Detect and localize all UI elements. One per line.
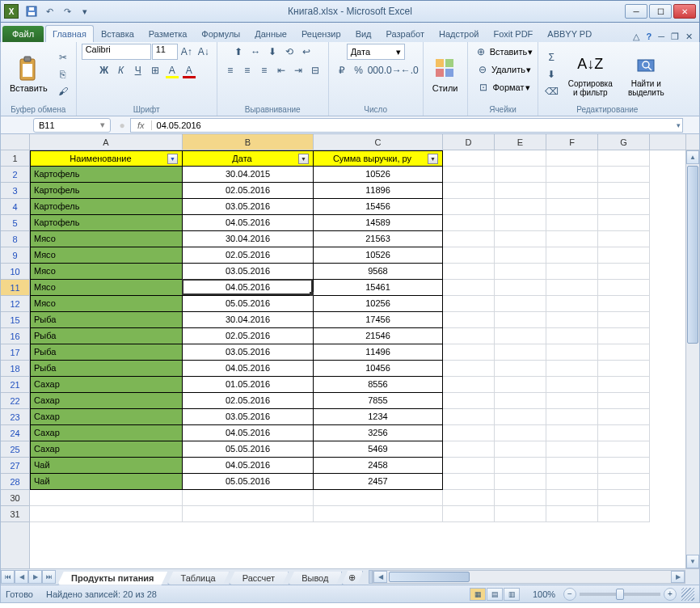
cell[interactable] bbox=[598, 296, 650, 312]
dec-decimal-icon[interactable]: ←.0 bbox=[402, 62, 418, 78]
cell[interactable] bbox=[598, 393, 650, 409]
excel-icon[interactable]: X bbox=[4, 4, 19, 19]
cell[interactable] bbox=[598, 425, 650, 441]
row-header[interactable]: 9 bbox=[1, 247, 29, 264]
row-header[interactable]: 12 bbox=[1, 296, 29, 312]
cell-grid[interactable]: НаименованиеДатаСумма выручки, руКартофе… bbox=[30, 150, 685, 568]
row-header[interactable]: 23 bbox=[1, 409, 29, 425]
cell[interactable] bbox=[495, 425, 546, 441]
cell[interactable] bbox=[443, 490, 495, 506]
cell[interactable] bbox=[546, 441, 598, 458]
name-box[interactable]: B11▾ bbox=[33, 118, 111, 133]
cell[interactable] bbox=[598, 199, 650, 215]
cell[interactable] bbox=[546, 425, 598, 441]
cell[interactable] bbox=[546, 150, 598, 167]
cell[interactable]: 10256 bbox=[314, 296, 443, 312]
align-left-icon[interactable]: ≡ bbox=[222, 62, 238, 78]
font-color-icon[interactable]: А bbox=[181, 62, 197, 78]
cell[interactable]: Сахар bbox=[30, 425, 183, 441]
row-header[interactable]: 16 bbox=[1, 328, 29, 344]
row-header[interactable]: 5 bbox=[1, 215, 29, 231]
cell[interactable]: Рыба bbox=[30, 361, 183, 377]
align-bottom-icon[interactable]: ⬇ bbox=[264, 44, 280, 60]
scroll-left-button[interactable]: ◀ bbox=[373, 571, 387, 583]
merge-icon[interactable]: ⊟ bbox=[307, 62, 323, 78]
cell[interactable] bbox=[546, 167, 598, 183]
save-icon[interactable] bbox=[23, 3, 40, 19]
paste-button[interactable]: Вставить bbox=[6, 53, 52, 95]
cell[interactable]: Сахар bbox=[30, 393, 183, 409]
cell[interactable] bbox=[495, 344, 546, 361]
sheet-tab[interactable]: Рассчет bbox=[229, 572, 289, 585]
cell[interactable] bbox=[546, 280, 598, 296]
cell[interactable] bbox=[495, 199, 546, 215]
cell[interactable] bbox=[598, 441, 650, 458]
cell[interactable]: Мясо bbox=[30, 231, 183, 247]
cell[interactable]: 04.05.2016 bbox=[183, 361, 314, 377]
cell[interactable]: 2457 bbox=[314, 474, 443, 490]
zoom-out-button[interactable]: − bbox=[563, 588, 576, 601]
align-right-icon[interactable]: ≡ bbox=[256, 62, 272, 78]
sheet-tab[interactable]: Таблица bbox=[167, 572, 230, 585]
cell[interactable] bbox=[495, 328, 546, 344]
zoom-value[interactable]: 100% bbox=[528, 589, 560, 599]
cell[interactable]: 3256 bbox=[314, 425, 443, 441]
row-header[interactable]: 18 bbox=[1, 361, 29, 377]
cell[interactable]: Мясо bbox=[30, 264, 183, 280]
cell[interactable]: Мясо bbox=[30, 296, 183, 312]
cell[interactable] bbox=[546, 490, 598, 506]
ribbon-tab-9[interactable]: Foxit PDF bbox=[486, 25, 540, 42]
cell[interactable] bbox=[443, 458, 495, 474]
page-break-view-button[interactable]: ▥ bbox=[504, 588, 520, 601]
mdi-minimize-icon[interactable]: ─ bbox=[658, 32, 664, 42]
cell[interactable] bbox=[598, 215, 650, 231]
cell[interactable] bbox=[598, 280, 650, 296]
col-header-E[interactable]: E bbox=[495, 134, 546, 150]
comma-icon[interactable]: 000 bbox=[368, 62, 384, 78]
cell[interactable]: Сумма выручки, ру bbox=[314, 150, 443, 167]
cell[interactable] bbox=[443, 167, 495, 183]
cell[interactable]: 03.05.2016 bbox=[183, 344, 314, 361]
sort-filter-button[interactable]: A↓Z Сортировка и фильтр bbox=[563, 49, 618, 99]
page-layout-view-button[interactable]: ▤ bbox=[487, 588, 503, 601]
cell[interactable]: 01.05.2016 bbox=[183, 377, 314, 393]
cell[interactable] bbox=[495, 409, 546, 425]
cell[interactable] bbox=[598, 506, 650, 522]
cell[interactable]: 30.04.2016 bbox=[183, 312, 314, 328]
italic-icon[interactable]: К bbox=[113, 62, 129, 78]
font-name-combo[interactable]: Calibri bbox=[82, 44, 151, 60]
cell[interactable] bbox=[495, 490, 546, 506]
cell[interactable]: 03.05.2016 bbox=[183, 409, 314, 425]
cell[interactable] bbox=[598, 490, 650, 506]
align-top-icon[interactable]: ⬆ bbox=[230, 44, 247, 60]
ribbon-tab-3[interactable]: Формулы bbox=[194, 25, 247, 42]
minimize-ribbon-icon[interactable]: △ bbox=[633, 32, 639, 42]
cell[interactable] bbox=[546, 393, 598, 409]
row-header[interactable]: 25 bbox=[1, 441, 29, 458]
cell[interactable] bbox=[443, 441, 495, 458]
find-select-button[interactable]: Найти и выделить bbox=[621, 49, 671, 99]
scroll-down-button[interactable]: ▼ bbox=[686, 555, 699, 568]
row-header[interactable]: 28 bbox=[1, 474, 29, 490]
filter-button[interactable] bbox=[167, 154, 178, 164]
col-header-B[interactable]: B bbox=[183, 134, 314, 150]
cell[interactable]: 11496 bbox=[314, 344, 443, 361]
cell[interactable] bbox=[546, 183, 598, 199]
cell[interactable] bbox=[546, 264, 598, 280]
cell[interactable]: 21563 bbox=[314, 231, 443, 247]
cell[interactable]: Рыба bbox=[30, 344, 183, 361]
cell[interactable] bbox=[495, 506, 546, 522]
cell[interactable]: Чай bbox=[30, 474, 183, 490]
cell[interactable] bbox=[546, 199, 598, 215]
scroll-right-button[interactable]: ▶ bbox=[671, 571, 685, 583]
indent-inc-icon[interactable]: ⇥ bbox=[290, 62, 306, 78]
cell[interactable] bbox=[598, 247, 650, 264]
cell[interactable]: 14589 bbox=[314, 215, 443, 231]
border-icon[interactable]: ⊞ bbox=[147, 62, 163, 78]
ribbon-tab-8[interactable]: Надстрой bbox=[432, 25, 486, 42]
cell[interactable] bbox=[495, 264, 546, 280]
cell[interactable]: 05.05.2016 bbox=[183, 296, 314, 312]
cell[interactable] bbox=[443, 215, 495, 231]
h-scroll-track[interactable] bbox=[387, 571, 671, 583]
sheet-tab[interactable]: Вывод bbox=[288, 572, 342, 585]
